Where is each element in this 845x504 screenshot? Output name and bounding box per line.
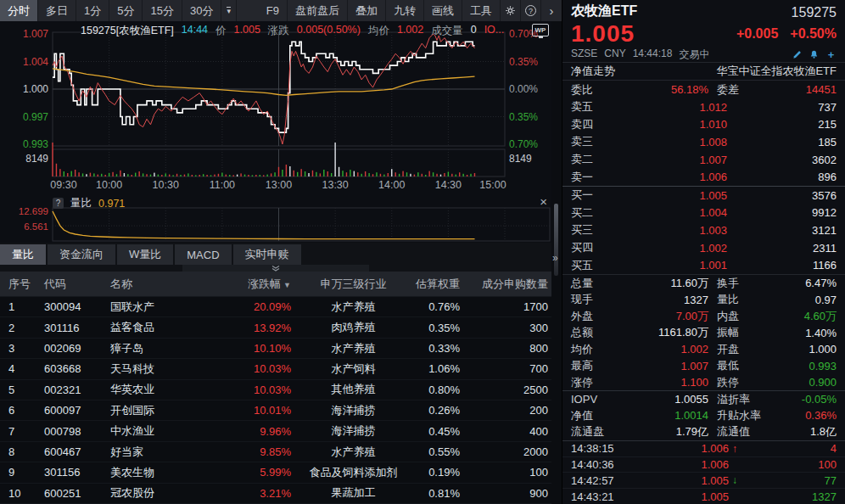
tool-button-画线[interactable]: 画线 — [424, 0, 462, 21]
table-row[interactable]: 9301156美农生物5.99%食品及饲料添加剂0.19%100 — [0, 462, 551, 483]
bid-level[interactable]: 买二1.0049912 — [562, 204, 845, 222]
exchange: SZSE — [571, 48, 597, 62]
ratio-label: 委比 — [571, 82, 618, 98]
alert-button[interactable] — [809, 49, 820, 60]
table-row[interactable]: 3002069獐子岛10.10%水产养殖0.33%800 — [0, 339, 551, 359]
table-row[interactable]: 8600467好当家9.85%水产养殖0.55%2000 — [0, 442, 551, 462]
help-icon[interactable]: ? — [53, 198, 64, 209]
redeem-qty: 200 — [463, 404, 551, 417]
arrow-down-icon: ↓ — [729, 474, 747, 486]
stat-value: 7.00万 — [618, 309, 708, 324]
collapse-right-icon[interactable]: » — [552, 252, 558, 264]
indicator-tab-实时申赎[interactable]: 实时申赎 — [233, 244, 301, 265]
edit-button[interactable] — [792, 49, 803, 60]
table-row[interactable]: 5002321华英农业10.03%其他养殖0.80%2500 — [0, 380, 551, 400]
gear-icon — [505, 5, 516, 16]
table-row[interactable]: 10600251冠农股份3.21%果蔬加工0.81%900 — [0, 484, 551, 504]
period-tab-分时[interactable]: 分时 — [0, 0, 38, 21]
column-header-名称[interactable]: 名称 — [102, 277, 214, 292]
period-dropdown[interactable]: ▾ — [221, 0, 237, 21]
indicator-tab-MACD[interactable]: MACD — [175, 244, 231, 265]
column-header-成分申购数量[interactable]: 成分申购数量 — [463, 277, 551, 292]
bid-level[interactable]: 买五1.0011166 — [562, 256, 845, 274]
tool-button-盘前盘后[interactable]: 盘前盘后 — [288, 0, 348, 21]
tool-button-F9[interactable]: F9 — [259, 0, 288, 21]
stat-row: 现手1327量比0.97 — [562, 291, 845, 308]
ask-volume: 737 — [727, 101, 837, 114]
panel-splitter[interactable] — [0, 265, 551, 272]
row-index: 4 — [0, 362, 36, 375]
indicator-tab-W量比[interactable]: W量比 — [117, 244, 173, 265]
price-label: 价 — [215, 24, 227, 38]
toolbar-more-button[interactable]: › — [541, 0, 562, 21]
indicator-tab-量比[interactable]: 量比 — [0, 244, 46, 265]
table-row[interactable]: 2301116益客食品13.92%肉鸡养殖0.35%300 — [0, 317, 551, 338]
splitter-grip — [182, 265, 369, 272]
column-header-代码[interactable]: 代码 — [36, 277, 102, 292]
period-tab-1分[interactable]: 1分 — [76, 0, 109, 21]
column-header-涨跌幅[interactable]: 涨跌幅▼ — [214, 277, 294, 292]
stat-label: 振幅 — [708, 325, 781, 340]
industry: 水产养殖 — [294, 300, 412, 315]
ask-price: 1.007 — [625, 154, 727, 166]
period-tabs: 分时多日1分5分15分30分 — [0, 0, 221, 21]
ask-level[interactable]: 卖五1.012737 — [562, 98, 845, 116]
industry: 肉鸡养殖 — [294, 320, 412, 335]
stat-value: 1.007 — [618, 360, 708, 372]
add-button[interactable]: + — [825, 49, 837, 60]
sort-desc-icon: ▼ — [283, 281, 291, 289]
table-row[interactable]: 7000798中水渔业9.96%海洋捕捞0.45%400 — [0, 421, 551, 441]
stat-value: 0.36% — [781, 409, 837, 422]
column-header-估算权重[interactable]: 估算权重 — [412, 277, 463, 292]
table-row[interactable]: 6600097开创国际10.01%海洋捕捞0.26%200 — [0, 400, 551, 421]
svg-text:1.000: 1.000 — [23, 83, 48, 95]
bid-level[interactable]: 买四1.0022311 — [562, 239, 845, 257]
period-tab-15分[interactable]: 15分 — [143, 0, 182, 21]
bid-price: 1.002 — [625, 242, 727, 255]
ask-label: 卖四 — [571, 117, 625, 132]
price-volume-chart-svg: 1.0071.0041.0000.9970.9930.70%0.35%0.00%… — [0, 21, 551, 193]
stat-value: 1.40% — [781, 327, 837, 339]
help-button[interactable]: ? — [521, 0, 541, 21]
stock-code: 600251 — [36, 487, 102, 500]
stat-label: 现手 — [571, 292, 618, 307]
tool-button-九转[interactable]: 九转 — [386, 0, 424, 21]
redeem-qty: 2000 — [463, 445, 551, 458]
bid-level[interactable]: 买三1.0033121 — [562, 221, 845, 239]
ask-level[interactable]: 卖三1.008185 — [562, 133, 845, 151]
table-row[interactable]: 4603668天马科技10.03%水产饲料1.06%700 — [0, 359, 551, 379]
svg-text:09:30: 09:30 — [50, 179, 76, 191]
pct-change: 9.85% — [214, 445, 294, 458]
table-row[interactable]: 1300094国联水产20.09%水产养殖0.76%1700 — [0, 297, 551, 317]
indicator-tab-资金流向[interactable]: 资金流向 — [48, 244, 115, 265]
wp-monitor-icon[interactable]: WP — [532, 24, 549, 36]
volume-label: 成交量 — [431, 24, 463, 38]
period-tab-30分[interactable]: 30分 — [182, 0, 221, 21]
nav-row[interactable]: 净值走势 华宝中证全指农牧渔ETF — [562, 63, 845, 81]
close-icon[interactable]: × — [540, 194, 547, 209]
est-weight: 0.76% — [412, 300, 463, 313]
ask-level[interactable]: 卖四1.010215 — [562, 116, 845, 134]
vertical-divider[interactable]: » — [551, 21, 562, 504]
diff-value: 14451 — [781, 83, 837, 96]
intraday-chart[interactable]: 159275[农牧渔ETF] 14:44 价 1.005 涨跌 0.005(0.… — [0, 21, 551, 193]
volume-ratio-panel[interactable]: ? 量比 0.971 × 12.6996.561 — [0, 193, 551, 243]
period-tab-多日[interactable]: 多日 — [38, 0, 76, 21]
settings-button[interactable] — [501, 0, 521, 21]
svg-text:13:00: 13:00 — [266, 179, 292, 191]
stat-label: 开盘 — [708, 342, 781, 357]
divider-handle[interactable] — [554, 204, 558, 276]
ask-level[interactable]: 卖一1.006896 — [562, 168, 845, 186]
ask-level[interactable]: 卖二1.0073602 — [562, 151, 845, 169]
bid-level[interactable]: 买一1.0053576 — [562, 187, 845, 204]
ask-label: 卖二 — [571, 152, 625, 167]
column-header-申万三级行业[interactable]: 申万三级行业 — [294, 277, 412, 292]
svg-text:8149: 8149 — [25, 153, 48, 165]
stat-value: 0.993 — [781, 360, 837, 372]
tool-button-工具[interactable]: 工具 — [462, 0, 501, 21]
row-index: 6 — [0, 404, 36, 417]
tool-button-叠加[interactable]: 叠加 — [348, 0, 386, 21]
column-header-序号[interactable]: 序号 — [0, 277, 36, 292]
period-tab-5分[interactable]: 5分 — [109, 0, 143, 21]
arrow-up-icon: ↑ — [729, 443, 747, 455]
